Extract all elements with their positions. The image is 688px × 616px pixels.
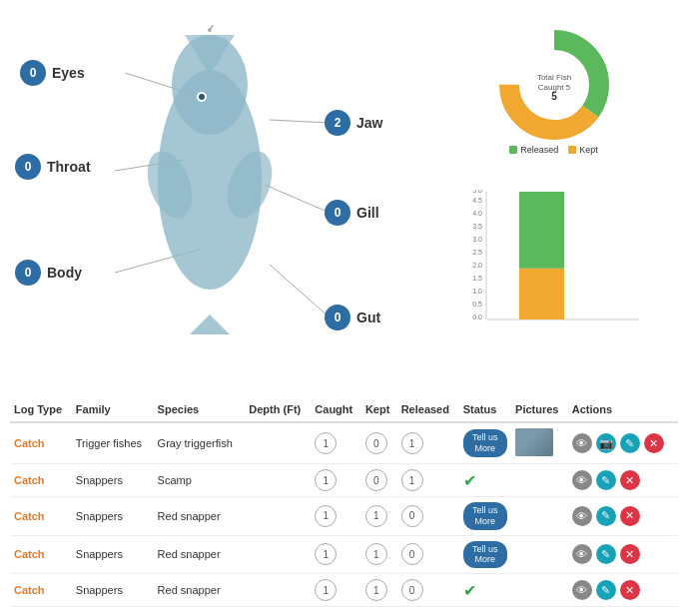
svg-text:3.0: 3.0 (472, 236, 482, 243)
picture-thumbnail[interactable] (515, 428, 553, 456)
col-kept: Kept (361, 397, 397, 422)
status-cell: ✔ (459, 464, 511, 497)
delete-icon[interactable]: ✕ (620, 580, 640, 600)
log-type-link[interactable]: Catch (14, 584, 45, 596)
edit-icon[interactable]: ✎ (596, 506, 616, 526)
catch-table: Log Type Family Species Depth (Ft) Caugh… (10, 397, 678, 607)
charts-area: Total Fish Caught 5 5 Released Kept 0.0 (419, 10, 688, 379)
kept-badge: 1 (365, 543, 387, 565)
svg-text:1.0: 1.0 (472, 288, 482, 295)
edit-icon[interactable]: ✎ (596, 544, 616, 564)
eyes-badge: 0 (20, 60, 46, 86)
delete-icon[interactable]: ✕ (644, 433, 664, 453)
delete-icon[interactable]: ✕ (620, 544, 640, 564)
status-cell[interactable]: Tell usMore (459, 497, 511, 536)
released-badge: 0 (401, 543, 423, 565)
caught-cell: 1 (311, 464, 361, 497)
table-body: CatchTrigger fishesGray triggerfish101Te… (10, 422, 678, 607)
svg-text:0.5: 0.5 (472, 301, 482, 308)
bar-chart-svg: 0.0 0.5 1.0 1.5 2.0 2.5 3.0 3.5 4.0 4.5 … (464, 190, 644, 329)
species-cell: Scamp (154, 464, 246, 497)
status-check-icon: ✔ (463, 582, 476, 599)
svg-marker-8 (170, 314, 250, 334)
jaw-name: Jaw (356, 115, 382, 131)
gut-name: Gut (356, 309, 380, 325)
tell-us-more-btn[interactable]: Tell usMore (463, 541, 507, 569)
log-type-link[interactable]: Catch (14, 437, 45, 449)
col-caught: Caught (311, 397, 361, 422)
family-cell: Snappers (72, 464, 154, 497)
kept-badge: 0 (365, 432, 387, 454)
gut-label: 0 Gut (325, 305, 380, 330)
log-type-link[interactable]: Catch (14, 510, 45, 522)
jaw-badge: 2 (325, 110, 350, 136)
depth-cell (245, 574, 311, 607)
edit-icon[interactable]: ✎ (596, 580, 616, 600)
log-type-link[interactable]: Catch (14, 474, 45, 486)
body-label: 0 Body (15, 260, 82, 286)
svg-text:3.5: 3.5 (472, 223, 482, 230)
camera-icon[interactable]: 📷 (596, 433, 616, 453)
actions-cell: 👁✎ ✕ (568, 464, 678, 497)
released-badge: 1 (401, 469, 423, 491)
table-row: CatchSnappersRed snapper110✔ 👁✎ ✕ (10, 574, 678, 607)
view-icon[interactable]: 👁 (572, 506, 592, 526)
svg-point-14 (208, 28, 212, 32)
svg-text:5.0: 5.0 (472, 190, 482, 194)
svg-text:0.0: 0.0 (472, 313, 482, 320)
action-icons: 👁✎ ✕ (572, 580, 674, 600)
log-type-link[interactable]: Catch (14, 548, 45, 560)
edit-icon[interactable]: ✎ (596, 470, 616, 490)
kept-legend: Kept (568, 145, 598, 155)
status-cell: ✔ (459, 574, 511, 607)
species-cell: Red snapper (154, 535, 246, 574)
svg-text:2.5: 2.5 (472, 249, 482, 256)
col-family: Family (72, 397, 154, 422)
body-badge: 0 (15, 260, 41, 286)
donut-legend: Released Kept (509, 145, 598, 155)
pictures-cell (511, 497, 568, 536)
depth-cell (245, 464, 311, 497)
caught-cell: 1 (311, 497, 361, 536)
released-badge: 1 (401, 432, 423, 454)
throat-name: Throat (47, 159, 91, 175)
col-status: Status (459, 397, 511, 422)
view-icon[interactable]: 👁 (572, 580, 592, 600)
edit-icon[interactable]: ✎ (620, 433, 640, 453)
caught-badge: 1 (315, 543, 337, 565)
status-cell[interactable]: Tell usMore (459, 422, 511, 464)
kept-badge: 1 (365, 505, 387, 527)
tell-us-more-btn[interactable]: Tell usMore (463, 429, 507, 457)
svg-text:2.0: 2.0 (472, 262, 482, 269)
species-cell: Gray triggerfish (154, 422, 246, 464)
view-icon[interactable]: 👁 (572, 433, 592, 453)
table-row: CatchSnappersRed snapper110Tell usMore 👁… (10, 535, 678, 574)
caught-badge: 1 (315, 469, 337, 491)
pictures-cell (511, 464, 568, 497)
gill-name: Gill (356, 205, 379, 221)
view-icon[interactable]: 👁 (572, 470, 592, 490)
caught-badge: 1 (315, 579, 337, 601)
action-icons: 👁✎ ✕ (572, 470, 674, 490)
status-cell[interactable]: Tell usMore (459, 535, 511, 574)
view-icon[interactable]: 👁 (572, 544, 592, 564)
kept-cell: 0 (361, 422, 397, 464)
delete-icon[interactable]: ✕ (620, 470, 640, 490)
kept-cell: 1 (361, 535, 397, 574)
delete-icon[interactable]: ✕ (620, 506, 640, 526)
actions-cell: 👁✎ ✕ (568, 574, 678, 607)
col-depth: Depth (Ft) (245, 397, 311, 422)
tell-us-more-btn[interactable]: Tell usMore (463, 502, 507, 530)
released-cell: 1 (397, 464, 459, 497)
donut-svg: Total Fish Caught 5 5 (479, 20, 629, 150)
svg-rect-34 (519, 269, 564, 319)
depth-cell (245, 422, 311, 464)
throat-badge: 0 (15, 154, 41, 180)
col-logtype: Log Type (10, 397, 72, 422)
table-section: Log Type Family Species Depth (Ft) Caugh… (0, 389, 688, 615)
released-badge: 0 (401, 505, 423, 527)
table-row: CatchTrigger fishesGray triggerfish101Te… (10, 422, 678, 464)
caught-cell: 1 (311, 574, 361, 607)
body-name: Body (47, 265, 82, 281)
gut-badge: 0 (325, 305, 350, 330)
